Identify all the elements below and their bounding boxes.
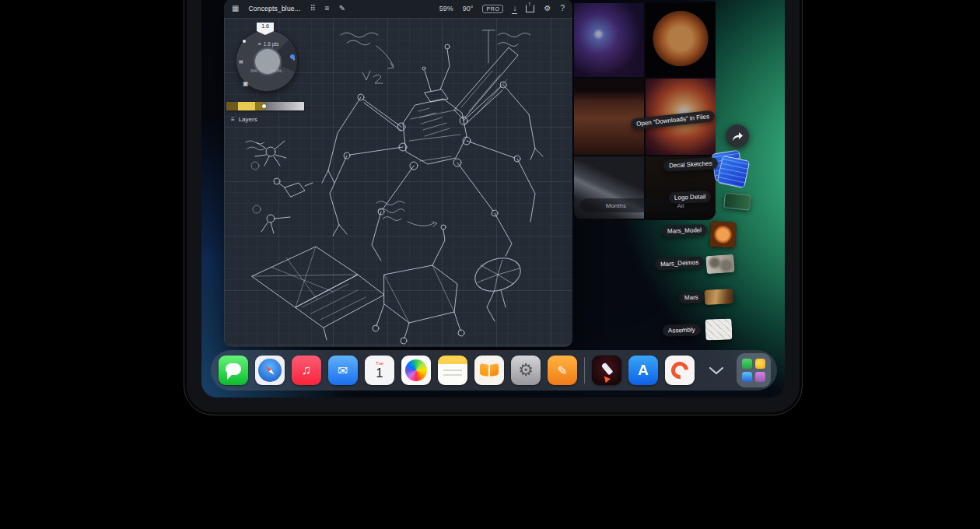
photos-app-icon[interactable] [401, 356, 431, 385]
screen-ratio-icon[interactable]: ▣ [243, 80, 249, 87]
layers-menu-icon: ≡ [231, 116, 235, 123]
forward-arrow-icon [732, 131, 744, 142]
forward-share-button[interactable] [726, 124, 749, 148]
window-grid-icon[interactable]: ▦ [232, 5, 239, 12]
app-library-button[interactable] [737, 353, 771, 387]
drag-label[interactable]: Logo Detail [669, 191, 712, 204]
library-mini-icon [742, 359, 752, 369]
zoom-level[interactable]: 59% [439, 5, 453, 12]
dock-chevron-button[interactable] [709, 367, 723, 374]
drag-thumb-mars-model[interactable] [709, 221, 737, 248]
pen-tool-icon[interactable]: ✎ [339, 5, 345, 12]
decal-sticker [717, 156, 751, 189]
document-title[interactable]: Concepts_blue... [248, 5, 300, 12]
concepts-app-window: ▦ Concepts_blue... ⠿ ≡ ✎ 59% 90° PRO ↓ ↑… [224, 0, 572, 347]
concepts-toolbar: ▦ Concepts_blue... ⠿ ≡ ✎ 59% 90° PRO ↓ ↑… [224, 0, 572, 18]
safari-app-icon[interactable] [255, 356, 285, 385]
layers-button[interactable]: ≡ Layers [231, 116, 257, 123]
size-menu-icon: ≡ [258, 41, 261, 47]
ipad-screen-wallpaper: ▦ Concepts_blue... ⠿ ≡ ✎ 59% 90° PRO ↓ ↑… [201, 0, 785, 398]
wheel-left-icon: ▤ [239, 58, 243, 64]
pencil-app-icon[interactable]: ✎ [548, 356, 577, 385]
chevron-down-icon [709, 367, 723, 374]
settings-app-icon[interactable]: ⚙ [511, 356, 541, 385]
settings-gear-icon[interactable]: ⚙ [544, 5, 551, 12]
calendar-day: 1 [376, 366, 383, 380]
mail-app-icon[interactable]: ✉ [328, 356, 358, 385]
drag-label[interactable]: Assembly [663, 324, 701, 337]
photos-panel: Months All [574, 1, 716, 220]
drag-handle-icon[interactable]: ⠿ [310, 5, 315, 12]
gear-icon: ⚙ [518, 360, 534, 380]
pro-badge[interactable]: PRO [482, 5, 503, 13]
swatch-gray-gradient[interactable] [264, 102, 304, 110]
drag-thumb-decal-sketches[interactable] [713, 152, 749, 187]
dock-divider [584, 357, 585, 384]
photos-dim-overlay [574, 1, 716, 220]
drag-label[interactable]: Mars [679, 291, 704, 303]
app-store-icon[interactable]: A [628, 356, 658, 385]
share-icon[interactable]: ↑ [526, 5, 534, 12]
help-icon[interactable]: ? [560, 5, 565, 12]
wheel-blue-dot [290, 54, 295, 59]
drag-label[interactable]: Mars_Model [662, 224, 708, 237]
rotation-angle[interactable]: 90° [463, 5, 474, 12]
c-app-icon[interactable] [665, 356, 695, 385]
envelope-icon: ✉ [338, 363, 348, 378]
books-app-icon[interactable] [474, 356, 504, 385]
app-store-letter: A [638, 362, 649, 379]
drag-label[interactable]: Mars_Deimos [655, 256, 705, 270]
drag-thumb-mars[interactable] [705, 289, 734, 305]
opacity-max-label: 100% [270, 68, 282, 73]
notes-app-icon[interactable] [438, 356, 467, 385]
messages-app-icon[interactable] [219, 356, 248, 385]
pencil-icon: ✎ [557, 363, 567, 378]
palette-marker-dot [262, 104, 266, 108]
menu-icon[interactable]: ≡ [325, 5, 330, 12]
swatch-yellow[interactable] [238, 102, 255, 110]
swatch-dark-yellow[interactable] [226, 102, 238, 110]
library-mini-icon [742, 372, 752, 382]
dock: ♫ ✉ Tue 1 ⚙ ✎ A [211, 350, 777, 391]
wheel-white-dot [243, 40, 246, 43]
opacity-min-label: 0% [250, 68, 257, 73]
download-icon[interactable]: ↓ [513, 5, 516, 12]
music-app-icon[interactable]: ♫ [292, 356, 321, 385]
brush-size-label: ≡ 1.6 pts [258, 41, 278, 47]
music-note-icon: ♫ [302, 363, 312, 378]
rocket-app-icon[interactable] [592, 356, 621, 385]
drag-thumb-mars-deimos[interactable] [705, 254, 735, 274]
library-mini-icon [755, 372, 765, 382]
drag-thumb-assembly[interactable] [705, 318, 733, 340]
tab-months[interactable]: Months [606, 202, 626, 209]
library-mini-icon [755, 359, 765, 369]
drag-thumb-logo-detail[interactable] [723, 192, 751, 210]
calendar-app-icon[interactable]: Tue 1 [365, 356, 394, 385]
ipad-device: ▦ Concepts_blue... ⠿ ≡ ✎ 59% 90° PRO ↓ ↑… [184, 0, 803, 415]
